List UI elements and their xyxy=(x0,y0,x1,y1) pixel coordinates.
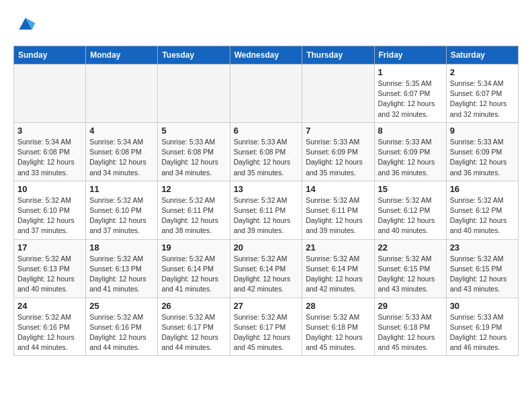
calendar-cell: 24Sunrise: 5:32 AM Sunset: 6:16 PM Dayli… xyxy=(14,298,86,356)
calendar-week-1: 1Sunrise: 5:35 AM Sunset: 6:07 PM Daylig… xyxy=(14,64,519,123)
day-info: Sunrise: 5:33 AM Sunset: 6:08 PM Dayligh… xyxy=(161,137,226,178)
day-info: Sunrise: 5:32 AM Sunset: 6:14 PM Dayligh… xyxy=(234,254,299,295)
day-number: 11 xyxy=(89,184,154,194)
day-number: 24 xyxy=(17,301,82,311)
calendar-cell: 20Sunrise: 5:32 AM Sunset: 6:14 PM Dayli… xyxy=(230,239,302,298)
day-info: Sunrise: 5:32 AM Sunset: 6:12 PM Dayligh… xyxy=(378,195,443,236)
day-info: Sunrise: 5:32 AM Sunset: 6:17 PM Dayligh… xyxy=(234,312,299,353)
calendar-cell: 13Sunrise: 5:32 AM Sunset: 6:11 PM Dayli… xyxy=(230,181,302,239)
day-info: Sunrise: 5:32 AM Sunset: 6:13 PM Dayligh… xyxy=(89,254,154,295)
weekday-header-monday: Monday xyxy=(86,46,158,64)
weekday-header-sunday: Sunday xyxy=(14,46,86,64)
day-info: Sunrise: 5:32 AM Sunset: 6:10 PM Dayligh… xyxy=(89,195,154,236)
day-info: Sunrise: 5:32 AM Sunset: 6:11 PM Dayligh… xyxy=(161,195,226,236)
day-number: 12 xyxy=(161,184,226,194)
day-info: Sunrise: 5:32 AM Sunset: 6:15 PM Dayligh… xyxy=(378,254,443,295)
calendar-cell: 3Sunrise: 5:34 AM Sunset: 6:08 PM Daylig… xyxy=(14,122,86,181)
day-number: 10 xyxy=(17,184,82,194)
day-info: Sunrise: 5:34 AM Sunset: 6:08 PM Dayligh… xyxy=(89,137,154,178)
day-number: 16 xyxy=(450,184,515,194)
calendar-cell: 11Sunrise: 5:32 AM Sunset: 6:10 PM Dayli… xyxy=(86,181,158,239)
day-number: 23 xyxy=(450,242,515,253)
calendar-cell: 2Sunrise: 5:34 AM Sunset: 6:07 PM Daylig… xyxy=(446,64,518,123)
day-info: Sunrise: 5:32 AM Sunset: 6:17 PM Dayligh… xyxy=(161,312,226,353)
day-info: Sunrise: 5:33 AM Sunset: 6:08 PM Dayligh… xyxy=(234,137,299,178)
day-number: 26 xyxy=(161,301,226,311)
day-info: Sunrise: 5:34 AM Sunset: 6:08 PM Dayligh… xyxy=(17,137,82,178)
calendar-cell: 29Sunrise: 5:33 AM Sunset: 6:18 PM Dayli… xyxy=(374,298,446,356)
logo-icon xyxy=(15,13,36,35)
day-info: Sunrise: 5:32 AM Sunset: 6:15 PM Dayligh… xyxy=(450,254,515,295)
calendar-cell: 4Sunrise: 5:34 AM Sunset: 6:08 PM Daylig… xyxy=(86,122,158,181)
calendar-cell: 5Sunrise: 5:33 AM Sunset: 6:08 PM Daylig… xyxy=(158,122,230,181)
day-info: Sunrise: 5:32 AM Sunset: 6:11 PM Dayligh… xyxy=(234,195,299,236)
calendar-week-5: 24Sunrise: 5:32 AM Sunset: 6:16 PM Dayli… xyxy=(14,298,519,356)
day-number: 7 xyxy=(306,126,370,136)
calendar-cell xyxy=(158,64,230,123)
day-number: 4 xyxy=(89,126,154,136)
day-number: 27 xyxy=(234,301,299,311)
weekday-header-thursday: Thursday xyxy=(302,46,374,64)
calendar-cell: 25Sunrise: 5:32 AM Sunset: 6:16 PM Dayli… xyxy=(86,298,158,356)
day-info: Sunrise: 5:32 AM Sunset: 6:14 PM Dayligh… xyxy=(161,254,226,295)
calendar-week-3: 10Sunrise: 5:32 AM Sunset: 6:10 PM Dayli… xyxy=(14,181,519,239)
calendar-cell xyxy=(302,64,374,123)
day-info: Sunrise: 5:33 AM Sunset: 6:19 PM Dayligh… xyxy=(450,312,515,353)
calendar-cell: 18Sunrise: 5:32 AM Sunset: 6:13 PM Dayli… xyxy=(86,239,158,298)
calendar-cell: 26Sunrise: 5:32 AM Sunset: 6:17 PM Dayli… xyxy=(158,298,230,356)
day-info: Sunrise: 5:32 AM Sunset: 6:11 PM Dayligh… xyxy=(306,195,370,236)
day-number: 1 xyxy=(378,67,443,77)
logo xyxy=(13,13,36,35)
calendar-cell: 14Sunrise: 5:32 AM Sunset: 6:11 PM Dayli… xyxy=(302,181,374,239)
calendar-cell: 8Sunrise: 5:33 AM Sunset: 6:09 PM Daylig… xyxy=(374,122,446,181)
calendar-cell: 30Sunrise: 5:33 AM Sunset: 6:19 PM Dayli… xyxy=(446,298,518,356)
calendar-cell: 12Sunrise: 5:32 AM Sunset: 6:11 PM Dayli… xyxy=(158,181,230,239)
day-number: 20 xyxy=(234,242,299,253)
calendar-table: SundayMondayTuesdayWednesdayThursdayFrid… xyxy=(13,46,519,356)
day-info: Sunrise: 5:34 AM Sunset: 6:07 PM Dayligh… xyxy=(450,79,515,120)
day-info: Sunrise: 5:33 AM Sunset: 6:09 PM Dayligh… xyxy=(378,137,443,178)
day-info: Sunrise: 5:32 AM Sunset: 6:14 PM Dayligh… xyxy=(306,254,370,295)
calendar-cell xyxy=(230,64,302,123)
day-number: 29 xyxy=(378,301,443,311)
calendar-cell: 15Sunrise: 5:32 AM Sunset: 6:12 PM Dayli… xyxy=(374,181,446,239)
calendar-cell: 7Sunrise: 5:33 AM Sunset: 6:09 PM Daylig… xyxy=(302,122,374,181)
day-info: Sunrise: 5:32 AM Sunset: 6:16 PM Dayligh… xyxy=(89,312,154,353)
day-info: Sunrise: 5:32 AM Sunset: 6:16 PM Dayligh… xyxy=(17,312,82,353)
calendar-cell: 19Sunrise: 5:32 AM Sunset: 6:14 PM Dayli… xyxy=(158,239,230,298)
day-number: 8 xyxy=(378,126,443,136)
day-number: 9 xyxy=(450,126,515,136)
page-header xyxy=(13,13,519,35)
day-number: 18 xyxy=(89,242,154,253)
day-info: Sunrise: 5:32 AM Sunset: 6:10 PM Dayligh… xyxy=(17,195,82,236)
day-info: Sunrise: 5:32 AM Sunset: 6:13 PM Dayligh… xyxy=(17,254,82,295)
day-number: 30 xyxy=(450,301,515,311)
calendar-cell: 1Sunrise: 5:35 AM Sunset: 6:07 PM Daylig… xyxy=(374,64,446,123)
day-number: 25 xyxy=(89,301,154,311)
calendar-cell: 17Sunrise: 5:32 AM Sunset: 6:13 PM Dayli… xyxy=(14,239,86,298)
calendar-cell: 22Sunrise: 5:32 AM Sunset: 6:15 PM Dayli… xyxy=(374,239,446,298)
day-number: 5 xyxy=(161,126,226,136)
calendar-cell: 16Sunrise: 5:32 AM Sunset: 6:12 PM Dayli… xyxy=(446,181,518,239)
day-number: 22 xyxy=(378,242,443,253)
calendar-cell: 23Sunrise: 5:32 AM Sunset: 6:15 PM Dayli… xyxy=(446,239,518,298)
calendar-week-4: 17Sunrise: 5:32 AM Sunset: 6:13 PM Dayli… xyxy=(14,239,519,298)
calendar-cell: 27Sunrise: 5:32 AM Sunset: 6:17 PM Dayli… xyxy=(230,298,302,356)
weekday-header-tuesday: Tuesday xyxy=(158,46,230,64)
day-number: 15 xyxy=(378,184,443,194)
day-number: 3 xyxy=(17,126,82,136)
day-number: 21 xyxy=(306,242,370,253)
day-info: Sunrise: 5:33 AM Sunset: 6:18 PM Dayligh… xyxy=(378,312,443,353)
day-number: 19 xyxy=(161,242,226,253)
calendar-week-2: 3Sunrise: 5:34 AM Sunset: 6:08 PM Daylig… xyxy=(14,122,519,181)
day-number: 6 xyxy=(234,126,299,136)
day-number: 2 xyxy=(450,67,515,77)
weekday-header-saturday: Saturday xyxy=(446,46,518,64)
day-info: Sunrise: 5:32 AM Sunset: 6:12 PM Dayligh… xyxy=(450,195,515,236)
day-info: Sunrise: 5:32 AM Sunset: 6:18 PM Dayligh… xyxy=(306,312,370,353)
calendar-cell xyxy=(14,64,86,123)
day-number: 14 xyxy=(306,184,370,194)
calendar-cell: 28Sunrise: 5:32 AM Sunset: 6:18 PM Dayli… xyxy=(302,298,374,356)
day-info: Sunrise: 5:35 AM Sunset: 6:07 PM Dayligh… xyxy=(378,79,443,120)
calendar-cell: 9Sunrise: 5:33 AM Sunset: 6:09 PM Daylig… xyxy=(446,122,518,181)
